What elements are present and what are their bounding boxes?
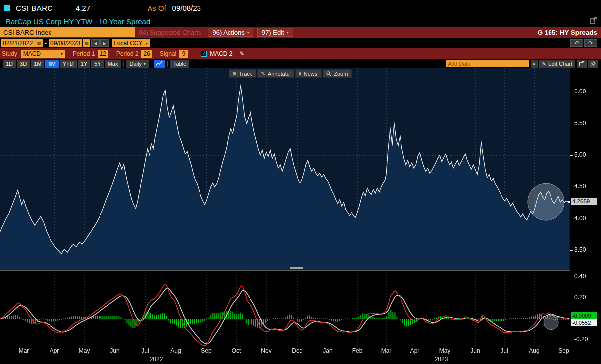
period-button-1m[interactable]: 1M: [31, 60, 44, 68]
calendar-icon[interactable]: ▦: [35, 39, 43, 47]
x-axis-month-label: Sep: [554, 347, 574, 354]
security-ticker: CSI BARC: [16, 4, 53, 12]
period-button-5y[interactable]: 5Y: [91, 60, 103, 68]
macd-value-tag: -0.0552: [571, 319, 597, 326]
chart-subtitle: BarCap US Corp HY YTW - 10 Year Spread: [6, 17, 150, 26]
period-button-1d[interactable]: 1D: [3, 60, 16, 68]
y-axis-tick-label: 3.50: [574, 246, 586, 253]
chart-tool-news[interactable]: ≡News: [295, 69, 322, 78]
track-icon: ⊕: [232, 71, 236, 76]
chart-toolbar: 1D3D1M6MYTD1Y5YMax Daily ▾ Table Add Dat…: [0, 59, 601, 68]
x-axis-month-label: Mar: [14, 347, 34, 354]
toolbar-divider: [123, 61, 124, 67]
popout-window-icon[interactable]: [589, 16, 597, 26]
x-axis-month-label: Dec: [287, 347, 307, 354]
x-axis-month-label: Mar: [376, 347, 396, 354]
currency-dropdown[interactable]: Local CCY ▾: [112, 39, 149, 47]
range-bar: 02/21/2022 ▦ - 09/08/2023 ▦ ◀ ▶ Local CC…: [0, 38, 601, 48]
signal-input[interactable]: 9: [179, 50, 188, 58]
macd2-checkbox-label: MACD 2: [210, 50, 232, 57]
study-bar: Study MACD ▾ Period 1 12 Period 2 26 Sig…: [0, 48, 601, 59]
menu-edit[interactable]: 97) Edit ▾: [257, 28, 293, 37]
start-date-input[interactable]: 02/21/2022: [1, 39, 35, 47]
annotate-icon: ✎: [261, 71, 265, 76]
chevron-down-icon: ▾: [287, 30, 289, 35]
period-buttons: 1D3D1M6MYTD1Y5YMax: [3, 60, 121, 68]
x-axis-month-label: Jul: [135, 347, 155, 354]
x-axis-month-label: Aug: [524, 347, 544, 354]
macd-axis-tick-label: 0.20: [574, 294, 586, 301]
x-axis-month-label: Apr: [405, 347, 425, 354]
end-date-input[interactable]: 09/08/2023: [49, 39, 82, 47]
chart-tool-track[interactable]: ⊕Track: [229, 69, 256, 78]
period-button-6m[interactable]: 6M: [45, 60, 58, 68]
period-button-1y[interactable]: 1Y: [78, 60, 90, 68]
x-axis-month-label: Aug: [166, 347, 186, 354]
period1-input[interactable]: 12: [98, 50, 108, 58]
table-button-label: Table: [173, 61, 186, 67]
chart-tool-label: Zoom: [334, 71, 348, 77]
news-icon: ≡: [299, 71, 301, 76]
x-axis-month-label: Sep: [197, 347, 216, 354]
next-range-button[interactable]: ▶: [100, 39, 109, 47]
study-dropdown[interactable]: MACD ▾: [21, 50, 65, 58]
price-chart-canvas[interactable]: [0, 68, 601, 364]
chart-region: ⊕Track✎Annotate≡NewsZoom 4.2659 -0.0009 …: [0, 68, 601, 364]
as-of-date: 09/08/23: [172, 4, 201, 12]
security-last-value: 4.27: [76, 4, 90, 12]
export-chart-icon[interactable]: [577, 60, 587, 68]
period-button-max[interactable]: Max: [105, 60, 121, 68]
bloomberg-terminal-screen: CSI BARC 4.27 As Of 09/08/23 BarCap US C…: [0, 0, 601, 364]
period-button-3d[interactable]: 3D: [17, 60, 30, 68]
x-axis-year-label: 2023: [431, 356, 451, 363]
security-input[interactable]: CSI BARC Index: [0, 27, 135, 37]
y-axis-tick-label: 4.00: [574, 215, 586, 222]
menu-actions[interactable]: 96) Actions ▾: [208, 28, 253, 37]
redo-icon[interactable]: ↷: [584, 39, 597, 47]
edit-chart-button[interactable]: ✎ Edit Chart: [539, 60, 575, 68]
chart-tool-zoom[interactable]: Zoom: [323, 69, 352, 78]
currency-label: Local CCY: [114, 40, 142, 46]
x-axis-month-label: Feb: [348, 347, 367, 354]
frequency-label: Daily: [129, 61, 141, 67]
y-axis-tick-label: 5.50: [574, 120, 586, 127]
chart-tool-label: Annotate: [268, 71, 290, 77]
x-axis-month-label: Jan: [318, 347, 338, 354]
macd-axis-tick-label: -0.20: [574, 336, 588, 343]
table-button[interactable]: Table: [170, 60, 189, 68]
line-chart-icon: [156, 61, 163, 66]
edit-study-pencil-icon[interactable]: ✎: [240, 50, 245, 57]
frequency-dropdown[interactable]: Daily ▾: [126, 60, 148, 68]
last-price-tag: 4.2659: [571, 198, 597, 205]
macd2-checkbox[interactable]: ✓: [201, 51, 207, 57]
toolbar-divider: [151, 61, 151, 67]
checkmark-icon: ✓: [202, 51, 206, 56]
toolbar-divider: [167, 61, 168, 67]
period2-label: Period 2: [116, 50, 139, 57]
period2-input[interactable]: 26: [141, 50, 151, 58]
chart-floating-toolbar: ⊕Track✎Annotate≡NewsZoom: [229, 69, 352, 78]
title-bar: CSI BARC 4.27 As Of 09/08/23: [0, 0, 601, 16]
chart-tool-annotate[interactable]: ✎Annotate: [257, 69, 294, 78]
y-axis-tick-label: 5.00: [574, 151, 586, 158]
menu-edit-label: 97) Edit: [262, 29, 284, 36]
menu-actions-label: 96) Actions: [212, 29, 244, 36]
period-button-ytd[interactable]: YTD: [60, 60, 77, 68]
period1-label: Period 1: [73, 50, 95, 57]
chart-tool-label: Track: [239, 71, 252, 77]
prev-range-button[interactable]: ◀: [91, 39, 100, 47]
security-color-swatch-icon: [4, 5, 10, 11]
chart-function-label: G 165: HY Spreads: [537, 29, 597, 36]
edit-chart-label: Edit Chart: [548, 61, 572, 67]
collapse-panel-button[interactable]: «: [531, 60, 538, 68]
line-chart-type-button[interactable]: [154, 60, 165, 68]
calendar-icon[interactable]: ▦: [83, 39, 90, 47]
add-data-input[interactable]: Add Data: [446, 60, 529, 67]
x-axis-month-label: May: [435, 347, 454, 354]
x-axis-month-label: Jun: [465, 347, 485, 354]
undo-icon[interactable]: ↶: [570, 39, 583, 47]
chart-settings-gear-icon[interactable]: [588, 60, 598, 68]
menu-suggested-charts[interactable]: 94) Suggested Charts: [139, 29, 201, 36]
chevron-down-icon: ▾: [145, 41, 147, 46]
date-range-separator: -: [45, 40, 47, 46]
